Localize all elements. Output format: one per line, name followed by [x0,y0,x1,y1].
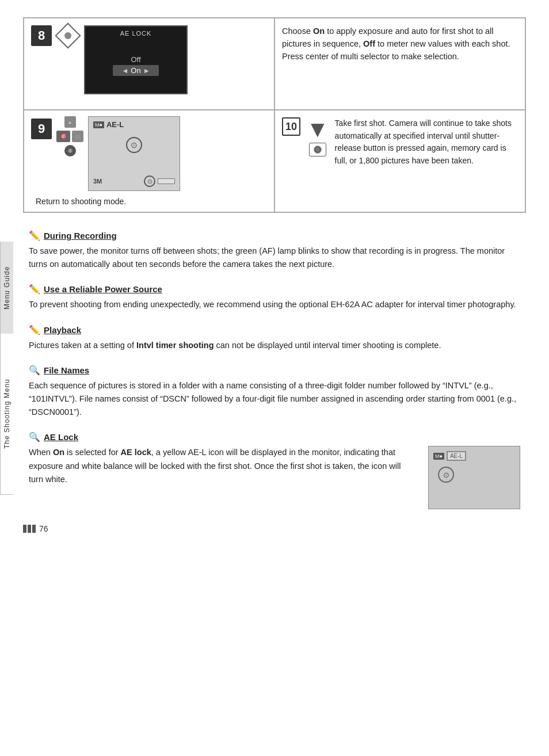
ae-lock-heading: AE Lock [44,432,78,442]
section-file-names: 🔍 File Names Each sequence of pictures i… [29,365,520,419]
page-num-text: 76 [39,524,48,533]
section-heading-during-recording: ✏️ During Recording [29,230,520,241]
menu-items-8: Off ◄ On ► [113,55,159,76]
timer-icon-2: ⊙ [144,175,155,187]
camera-screen-9: M● AE-L ⊙ 3M ⊙ [88,116,180,191]
cam-icon-2: □ [72,131,83,142]
focus-icon: 🎯 [56,131,70,142]
step-8-desc-cell: Choose On to apply exposure and auto for… [274,18,525,110]
during-recording-body: To save power, the monitor turns off bet… [29,245,520,271]
timer-icon: ⊙ [126,137,142,153]
file-names-body: Each sequence of pictures is stored in a… [29,379,520,419]
camera-screen-8: AE LOCK Off ◄ On ► [84,25,188,94]
step-9-camera-icons: ▲ 🎯 □ ⦿ [56,116,83,156]
playback-body-pre: Pictures taken at a setting of [29,341,136,350]
option-off: Off [113,55,159,64]
step-8-cell: 8 AE LOCK Off ◄ On ► [24,18,274,110]
section-heading-playback: ✏️ Playback [29,324,520,335]
step-8-number: 8 [31,25,52,46]
section-heading-file-names: 🔍 File Names [29,365,520,376]
note-icon-playback: ✏️ [29,324,40,335]
note-icon-during: ✏️ [29,230,40,241]
ae-lock-screen: M● AE-L ⊙ [428,446,520,509]
screen9-middle: ⊙ [93,137,175,153]
step-9-caption: Return to shooting mode. [36,197,126,206]
3m-label: 3M [93,178,102,185]
page-block-2 [28,525,31,533]
cam-mid-row: 🎯 □ [56,131,83,142]
during-recording-heading: During Recording [44,231,117,240]
screen9-bottom-right: ⊙ [144,175,175,187]
ae-lock-content: When On is selected for AE lock, a yello… [29,446,520,509]
ae-icon: 🔍 [29,432,40,442]
file-icon: 🔍 [29,365,40,376]
page-block-3 [32,525,36,533]
screen-title-8: AE LOCK [85,30,186,37]
down-arrow-icon: ▼ [306,117,329,140]
playback-body-bold: Intvl timer shooting [136,341,214,350]
ae-lock-pre: When [29,448,53,457]
section-playback: ✏️ Playback Pictures taken at a setting … [29,324,520,352]
reliable-power-heading: Use a Reliable Power Source [44,284,162,294]
cam-top-row: ▲ [64,116,76,128]
ae-lock-bold1: On [53,448,64,457]
step-8-description: Choose On to apply exposure and auto for… [282,25,518,63]
ae-timer-icon: ⊙ [438,467,454,483]
mo-icon: M● [93,121,104,128]
file-names-heading: File Names [44,365,89,375]
note-icon-power: ✏️ [29,284,40,295]
step-10-description: Take first shot. Camera will continue to… [335,117,518,167]
step-9-row: 9 ▲ 🎯 □ ⦿ M● [31,116,267,191]
step-10-arrow: ▼ [306,117,329,156]
step-9-cell: 9 ▲ 🎯 □ ⦿ M● [24,110,274,212]
sidebar-label-shooting-menu: The Shooting Menu [0,334,13,495]
ae-l-label: AE-L [106,120,124,129]
cam-bot-row: ⦿ [64,145,76,156]
sidebar-label-menu-guide: Menu Guide [0,242,13,334]
reliable-power-body: To prevent shooting from ending unexpect… [29,298,520,311]
ae-screen-mo-icon: M● [433,453,444,460]
playback-body-post: can not be displayed until interval time… [214,341,441,350]
section-heading-power: ✏️ Use a Reliable Power Source [29,284,520,295]
section-reliable-power: ✏️ Use a Reliable Power Source To preven… [29,284,520,311]
ae-lock-bold2: AE lock [121,448,151,457]
page-num-blocks [23,525,36,533]
option-on-selected: ◄ On ► [113,65,159,76]
playback-body: Pictures taken at a setting of Intvl tim… [29,339,520,352]
step-10-cell: 10 ▼ Take first shot. Camera will contin… [274,110,525,212]
battery-indicator [158,178,175,184]
ae-screen-mid: ⊙ [433,467,515,483]
screen9-bottom: 3M ⊙ [93,175,175,187]
ae-lock-body: When On is selected for AE lock, a yello… [29,446,417,486]
ae-screen-top: M● AE-L [433,451,515,461]
steps-grid: 8 AE LOCK Off ◄ On ► [23,17,526,213]
page-number-area: 76 [23,524,48,533]
nav-diamond-8 [58,25,78,46]
cam-icon-1: ▲ [64,116,76,128]
section-during-recording: ✏️ During Recording To save power, the m… [29,230,520,271]
ae-lock-mid: is selected for [64,448,121,457]
step-10-number: 10 [282,117,300,136]
ae-l-icon-box: AE-L [447,451,466,461]
playback-heading: Playback [44,325,81,335]
section-heading-ae-lock: 🔍 AE Lock [29,432,520,442]
step-9-number: 9 [31,119,52,139]
section-ae-lock: 🔍 AE Lock When On is selected for AE loc… [29,432,520,509]
cam-mode-icon: ⦿ [64,145,76,156]
camera-lens-small [314,146,322,154]
sections-area: ✏️ During Recording To save power, the m… [23,230,526,509]
page-block-1 [23,525,26,533]
camera-small-icon [309,143,326,156]
screen9-top: M● AE-L [93,120,175,129]
